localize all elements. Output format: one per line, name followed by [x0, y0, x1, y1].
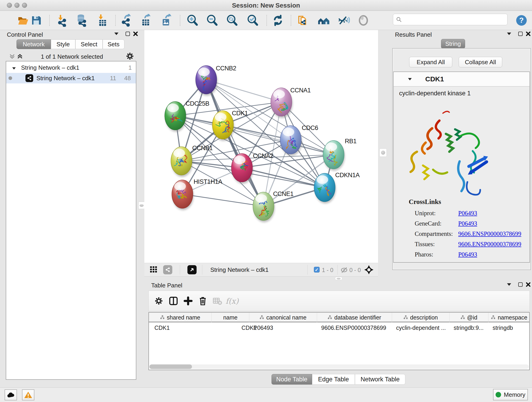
- close-panel-icon[interactable]: [133, 32, 138, 36]
- zoom-in-icon[interactable]: [186, 14, 199, 27]
- import-table-icon[interactable]: [96, 14, 109, 27]
- horizontal-splitter-handle[interactable]: [335, 277, 342, 280]
- zoom-fit-icon[interactable]: [226, 14, 239, 27]
- open-in-window-icon[interactable]: [187, 265, 196, 274]
- panel-menu-icon[interactable]: [507, 283, 511, 286]
- cloud-status-button[interactable]: [5, 389, 17, 400]
- float-panel-icon[interactable]: [126, 32, 130, 36]
- column-header-namespace[interactable]: namespace: [488, 313, 530, 322]
- results-splitter-handle[interactable]: [380, 148, 387, 157]
- show-columns-icon[interactable]: [166, 294, 181, 308]
- tab-network[interactable]: Network: [17, 39, 51, 49]
- float-panel-icon[interactable]: [518, 282, 523, 287]
- tab-sets[interactable]: Sets: [103, 39, 124, 49]
- network-options-gear-icon[interactable]: [126, 52, 134, 61]
- zoom-out-icon[interactable]: [206, 14, 219, 27]
- crosslinks-heading: CrossLinks: [409, 198, 441, 206]
- column-header-name[interactable]: name: [212, 313, 249, 322]
- network-view-title: String Network – cdk1: [210, 266, 268, 274]
- separator: [337, 265, 338, 274]
- vertical-splitter-handle[interactable]: [138, 202, 145, 209]
- expand-all-button[interactable]: Expand All: [409, 57, 452, 67]
- grid-view-icon[interactable]: [149, 265, 158, 275]
- control-panel-title: Control Panel: [7, 31, 43, 38]
- warnings-button[interactable]: [22, 389, 34, 400]
- table-cell[interactable]: CDK1: [241, 323, 248, 332]
- save-session-icon[interactable]: [30, 14, 43, 27]
- zoom-selected-icon[interactable]: [246, 14, 259, 27]
- collection-expand-icon[interactable]: [12, 64, 16, 71]
- search-input[interactable]: [402, 16, 507, 23]
- network-canvas[interactable]: CCNB2CCNA1CDC25BCDK1CDC6RB1CCNB1CCNA2CDK…: [144, 30, 378, 263]
- column-header-shared-name[interactable]: shared name: [149, 313, 212, 322]
- network-edge-CCNB2-CCNE1[interactable]: [206, 80, 264, 206]
- add-column-icon[interactable]: [181, 294, 196, 308]
- column-header-canonical-name[interactable]: canonical name: [249, 313, 317, 322]
- export-image-icon[interactable]: [160, 14, 173, 27]
- tab-select[interactable]: Select: [75, 39, 103, 49]
- compartments-link[interactable]: 9606.ENSP00000378699: [458, 230, 521, 237]
- import-network-icon[interactable]: [56, 14, 69, 27]
- first-neighbors-icon[interactable]: [317, 14, 330, 27]
- table-settings-gear-icon[interactable]: [152, 294, 166, 308]
- tab-network-table[interactable]: Network Table: [355, 374, 405, 385]
- pharos-link[interactable]: P06493: [458, 251, 477, 258]
- network-collection-row[interactable]: String Network – cdk1 1: [6, 62, 136, 73]
- float-panel-icon[interactable]: [518, 32, 523, 36]
- collapse-section-icon[interactable]: [408, 78, 412, 80]
- tab-style[interactable]: Style: [51, 39, 75, 49]
- fit-selected-crosshair-icon[interactable]: [364, 265, 374, 276]
- memory-label: Memory: [504, 391, 525, 398]
- export-table-icon[interactable]: [139, 14, 152, 27]
- table-cell[interactable]: P06493: [253, 323, 316, 332]
- selected-nodes-checkbox[interactable]: ✓: [314, 267, 320, 273]
- main-toolbar: ?: [0, 11, 532, 30]
- memory-button[interactable]: Memory: [493, 389, 528, 400]
- import-database-icon[interactable]: [75, 14, 88, 27]
- delete-column-icon[interactable]: [196, 294, 210, 308]
- column-header-description[interactable]: description: [392, 313, 450, 322]
- close-panel-icon[interactable]: [526, 32, 530, 36]
- protein-card-header[interactable]: CDK1: [394, 72, 530, 87]
- uniprot-link[interactable]: P06493: [458, 210, 477, 217]
- table-cell[interactable]: stringdb: [493, 323, 529, 332]
- column-header-database-identifier[interactable]: database identifier: [317, 313, 392, 322]
- hide-selected-icon[interactable]: [337, 14, 350, 27]
- table-cell[interactable]: CDK1: [154, 323, 210, 332]
- network-thumbnail-icon[interactable]: [163, 265, 172, 274]
- help-icon[interactable]: ?: [515, 14, 528, 27]
- node-label-CCNB2: CCNB2: [216, 65, 236, 72]
- collapse-all-button[interactable]: Collapse All: [459, 57, 502, 67]
- panel-menu-icon[interactable]: [507, 32, 511, 35]
- hidden-count: 0 - 0: [349, 267, 361, 274]
- function-builder-icon: f(x): [225, 294, 239, 308]
- close-panel-icon[interactable]: [526, 282, 530, 287]
- table-horizontal-scrollbar[interactable]: [149, 364, 529, 369]
- tissues-link[interactable]: 9606.ENSP00000378699: [458, 241, 521, 248]
- table-cell[interactable]: 9606.ENSP00000378699: [321, 323, 391, 332]
- show-graphics-details-icon[interactable]: [357, 14, 370, 27]
- node-label-CDC25B: CDC25B: [186, 100, 209, 107]
- refresh-layout-icon[interactable]: [272, 14, 284, 27]
- node-table: shared namenamecanonical namedatabase id…: [148, 312, 530, 370]
- column-header--id[interactable]: @id: [450, 313, 488, 322]
- network-edge-CCNB2-CCNA1[interactable]: [206, 80, 281, 102]
- network-edge-HIST1H1A-CCNE1[interactable]: [182, 194, 264, 206]
- export-network-icon[interactable]: [120, 14, 133, 27]
- crosslink-label: Uniprot:: [415, 208, 453, 218]
- table-cell[interactable]: cyclin-dependent ...: [396, 323, 448, 332]
- table-cell[interactable]: stringdb:9...: [454, 323, 487, 332]
- control-panel-tabs: Network Style Select Sets: [17, 39, 124, 49]
- collection-label: String Network – cdk1: [21, 64, 79, 71]
- open-folder-icon[interactable]: [17, 14, 29, 27]
- genecard-link[interactable]: P06493: [458, 220, 477, 227]
- scrollbar-thumb[interactable]: [149, 364, 192, 369]
- network-row-selected[interactable]: String Network – cdk1 11 48: [6, 73, 136, 83]
- tab-string[interactable]: String: [441, 39, 465, 49]
- tab-edge-table[interactable]: Edge Table: [312, 374, 355, 385]
- panel-menu-icon[interactable]: [114, 32, 119, 35]
- tab-node-table[interactable]: Node Table: [272, 374, 312, 385]
- duplicate-network-icon[interactable]: [297, 14, 309, 27]
- search-box[interactable]: [393, 14, 507, 25]
- separator: [180, 265, 180, 274]
